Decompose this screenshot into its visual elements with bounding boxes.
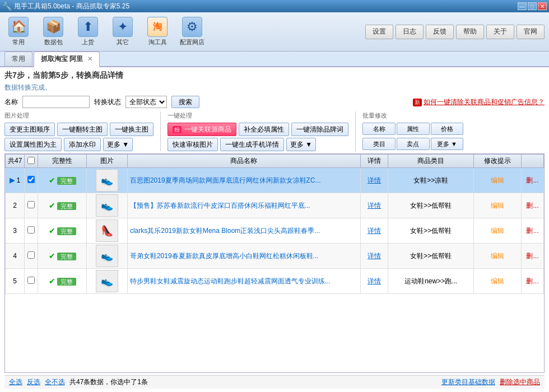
batch-category-btn[interactable]: 类目 — [362, 138, 396, 150]
row-checkbox-cell[interactable] — [25, 218, 38, 244]
row-checkbox-cell[interactable] — [25, 168, 38, 193]
toolbar-label-taobao: 淘工具 — [148, 38, 167, 46]
feedback-button[interactable]: 反馈 — [426, 25, 454, 39]
row-checkbox[interactable] — [27, 176, 35, 183]
detail-link[interactable]: 详情 — [367, 176, 381, 184]
audit-img-btn[interactable]: 快速审核图片 — [168, 138, 218, 151]
delete-link[interactable]: 删... — [526, 202, 538, 209]
app-title: 甩手工具箱5.0beta - 商品抓取专家5.25 — [14, 2, 129, 11]
minimize-button[interactable]: — — [518, 2, 527, 10]
row-complete-cell: ✔ 完整 — [38, 193, 87, 218]
invert-select-link[interactable]: 反选 — [27, 377, 40, 387]
edit-link[interactable]: 编辑 — [491, 277, 504, 285]
toolbar-item-config[interactable]: ⚙ 配置网店 — [178, 17, 206, 46]
toolbar-items: 🏠 常用 📦 数据包 ⬆ 上货 ✦ 其它 淘 淘工具 ⚙ 配置网店 — [4, 17, 206, 46]
complete-badge: 完整 — [57, 253, 76, 260]
select-all-checkbox[interactable] — [27, 157, 35, 164]
delete-link[interactable]: 删... — [526, 277, 538, 285]
change-order-btn[interactable]: 变更主图顺序 — [4, 123, 55, 136]
maximize-button[interactable]: □ — [528, 2, 537, 10]
edit-link[interactable]: 编辑 — [491, 252, 504, 260]
toolbar-item-other[interactable]: ✦ 其它 — [109, 17, 137, 46]
toolbar-item-taobao[interactable]: 淘 淘工具 — [143, 17, 171, 46]
new-link[interactable]: 新如何一键清除关联商品和促销广告信息？ — [413, 97, 545, 107]
row-checkbox[interactable] — [27, 251, 35, 259]
about-button[interactable]: 关于 — [486, 25, 514, 39]
update-category-link[interactable]: 更新类目基础数据 — [441, 377, 495, 387]
toolbar-item-upload[interactable]: ⬆ 上货 — [74, 17, 102, 46]
batch-name-btn[interactable]: 名称 — [362, 123, 396, 135]
link-source-btn[interactable]: 粉 一键关联源商品 — [168, 123, 236, 136]
help-button[interactable]: 帮助 — [456, 25, 484, 39]
detail-link[interactable]: 详情 — [367, 252, 381, 260]
row-product-name: clarks其乐2019新款女鞋Mena Bloom正装浅口尖头高跟鞋春季... — [127, 218, 360, 244]
set-attr-img-btn[interactable]: 设置属性图为主 — [4, 138, 62, 151]
deselect-all-link[interactable]: 全不选 — [45, 377, 65, 387]
row-checkbox-cell[interactable] — [25, 193, 38, 218]
detail-link[interactable]: 详情 — [367, 202, 381, 209]
website-button[interactable]: 官网 — [517, 25, 545, 39]
tab-common[interactable]: 常用 — [4, 52, 32, 66]
delete-link[interactable]: 删... — [526, 252, 538, 260]
table-row: 5 ✔ 完整 👟 特步男鞋女鞋减震旋动态运动鞋跑步鞋超轻减震网面透气专业训练..… — [6, 269, 544, 294]
pink-badge: 粉 — [173, 126, 182, 133]
close-button[interactable]: ✕ — [538, 2, 547, 10]
toolbar-item-common[interactable]: 🏠 常用 — [4, 17, 32, 46]
row-arrow-cell: 5 — [6, 269, 25, 294]
onekey-more-btn[interactable]: 更多 ▼ — [286, 138, 316, 151]
row-checkbox-cell[interactable] — [25, 269, 38, 294]
edit-link[interactable]: 编辑 — [491, 227, 504, 235]
search-button[interactable]: 搜索 — [171, 96, 199, 108]
row-checkbox[interactable] — [27, 226, 35, 234]
gen-mobile-btn[interactable]: 一键生成手机详情 — [220, 138, 284, 151]
search-row: 名称 转换状态 全部状态 搜索 新如何一键清除关联商品和促销广告信息？ — [4, 96, 545, 108]
batch-row1: 名称 属性 价格 — [362, 123, 463, 135]
row-category-cell: 女鞋>>低帮鞋 — [388, 218, 474, 244]
row-edit-cell: 编辑 — [474, 168, 522, 193]
title-bar: 🔧 甩手工具箱5.0beta - 商品抓取专家5.25 — □ ✕ — [0, 0, 549, 12]
step-info: 共7步，当前第5步，转换商品详情 — [4, 71, 545, 81]
tab-taobao[interactable]: 抓取淘宝 阿里 ✕ — [34, 52, 100, 67]
row-product-name: 百思图2019夏季商场同款网面厚底流行网红休闲新款女凉鞋ZC... — [127, 168, 360, 193]
fill-props-btn[interactable]: 补全必填属性 — [239, 123, 289, 136]
delete-link[interactable]: 删... — [526, 176, 538, 184]
remove-brand-btn[interactable]: 一键清除品牌词 — [291, 123, 348, 136]
title-bar-controls[interactable]: — □ ✕ — [518, 2, 547, 10]
detail-link[interactable]: 详情 — [367, 277, 381, 285]
detail-link[interactable]: 详情 — [367, 227, 381, 235]
main-toolbar: 🏠 常用 📦 数据包 ⬆ 上货 ✦ 其它 淘 淘工具 ⚙ 配置网店 设置 日志 … — [0, 12, 549, 52]
flip-main-btn[interactable]: 一键翻转主图 — [57, 123, 108, 136]
toolbar-item-datapack[interactable]: 📦 数据包 — [39, 17, 67, 46]
row-checkbox[interactable] — [27, 277, 35, 284]
row-edit-cell: 编辑 — [474, 218, 522, 244]
col-modify-hint: 修改提示 — [474, 155, 522, 168]
add-watermark-btn[interactable]: 添加水印 — [64, 138, 101, 151]
row-checkbox-cell[interactable] — [25, 244, 38, 269]
delete-selected-link[interactable]: 删除选中商品 — [500, 377, 540, 387]
row-checkbox[interactable] — [27, 201, 35, 208]
complete-badge: 完整 — [57, 177, 76, 185]
tab-close-icon[interactable]: ✕ — [87, 55, 92, 62]
app-icon: 🔧 — [2, 2, 12, 11]
status-select[interactable]: 全部状态 — [125, 96, 167, 108]
settings-button[interactable]: 设置 — [365, 25, 393, 39]
search-input[interactable] — [22, 96, 90, 108]
replace-main-btn[interactable]: 一键换主图 — [110, 123, 153, 136]
title-bar-left: 🔧 甩手工具箱5.0beta - 商品抓取专家5.25 — [2, 2, 129, 11]
row-detail-cell: 详情 — [361, 269, 388, 294]
row-del-cell: 删... — [522, 168, 544, 193]
name-label: 名称 — [4, 97, 18, 107]
delete-link[interactable]: 删... — [526, 227, 538, 235]
action-section: 图片处理 变更主图顺序 一键翻转主图 一键换主图 设置属性图为主 添加水印 更多… — [4, 111, 545, 151]
log-button[interactable]: 日志 — [396, 25, 424, 39]
select-all-link[interactable]: 全选 — [9, 377, 22, 387]
bottom-right: 更新类目基础数据 删除选中商品 — [441, 377, 540, 387]
batch-attr-btn[interactable]: 属性 — [397, 123, 430, 135]
edit-link[interactable]: 编辑 — [491, 176, 504, 184]
batch-selling-btn[interactable]: 卖点 — [397, 138, 430, 150]
edit-link[interactable]: 编辑 — [491, 202, 504, 209]
image-more-btn[interactable]: 更多 ▼ — [103, 138, 133, 151]
batch-more-btn[interactable]: 更多 ▼ — [431, 138, 464, 150]
divider2 — [355, 111, 356, 151]
batch-price-btn[interactable]: 价格 — [431, 123, 464, 135]
